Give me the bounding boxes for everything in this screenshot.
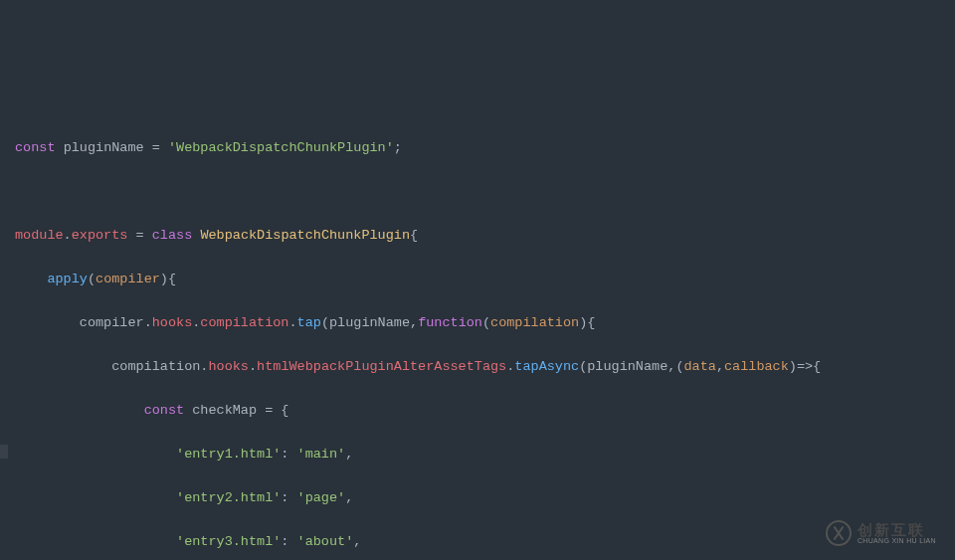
keyword: class (152, 228, 193, 243)
code-line[interactable] (0, 181, 955, 203)
param: data (683, 359, 715, 374)
colon: : (281, 534, 296, 549)
operator: = (127, 228, 151, 243)
string: 'main' (297, 447, 346, 462)
property: compilation (200, 315, 288, 330)
operator: = (144, 140, 168, 155)
identifier: pluginName (587, 359, 668, 374)
keyword: const (15, 140, 56, 155)
string: 'entry1.html' (176, 447, 281, 462)
indent (15, 534, 176, 549)
identifier: module (15, 228, 64, 243)
method: apply (47, 272, 88, 286)
dot: . (288, 315, 296, 330)
string: 'WebpackDispatchChunkPlugin' (168, 140, 394, 155)
string: 'about' (297, 534, 354, 549)
code-line[interactable]: 'entry1.html': 'main', (0, 444, 955, 466)
logo-en: CHUANG XIN HU LIAN (858, 537, 936, 544)
method: tap (297, 315, 321, 330)
keyword: const (144, 403, 185, 418)
identifier: pluginName (64, 140, 144, 155)
code-line[interactable]: module.exports = class WebpackDispatchCh… (0, 225, 955, 247)
class-name: WebpackDispatchChunkPlugin (200, 228, 410, 243)
dot: . (64, 228, 72, 243)
method: tapAsync (514, 359, 579, 374)
string: 'entry3.html' (176, 534, 281, 549)
keyword: function (418, 315, 482, 330)
indent (15, 403, 144, 418)
colon: : (281, 447, 296, 462)
paren: ){ (160, 272, 176, 286)
paren: ){ (579, 315, 595, 330)
dot: . (144, 315, 152, 330)
logo-text: 创新互联 CHUANG XIN HU LIAN (858, 522, 936, 544)
comma: ,( (668, 359, 683, 374)
paren: ( (482, 315, 490, 330)
comma: , (345, 447, 353, 462)
comma: , (410, 315, 418, 330)
param: compilation (490, 315, 579, 330)
property: hooks (208, 359, 249, 374)
indent (15, 359, 111, 374)
identifier: pluginName (329, 315, 410, 330)
code-line[interactable]: compiler.hooks.compilation.tap(pluginNam… (0, 312, 955, 334)
code-line[interactable]: 'entry2.html': 'page', (0, 487, 955, 509)
code-line[interactable]: const pluginName = 'WebpackDispatchChunk… (0, 137, 955, 159)
param: compiler (96, 272, 160, 286)
paren: ( (321, 315, 329, 330)
code-line[interactable]: compilation.hooks.htmlWebpackPluginAlter… (0, 356, 955, 378)
punct: ; (394, 140, 402, 155)
logo-icon (826, 520, 852, 546)
operator: = { (257, 403, 288, 418)
indent (15, 315, 80, 330)
code-line[interactable]: const checkMap = { (0, 400, 955, 422)
arrow: )=>{ (789, 359, 821, 374)
colon: : (281, 490, 296, 505)
indent (15, 272, 47, 286)
string: 'entry2.html' (176, 490, 281, 505)
comma: , (345, 490, 353, 505)
watermark-logo: 创新互联 CHUANG XIN HU LIAN (826, 518, 943, 548)
comma: , (716, 359, 724, 374)
indent (15, 490, 176, 505)
code-line[interactable]: apply(compiler){ (0, 269, 955, 290)
property: hooks (152, 315, 193, 330)
logo-cn: 创新互联 (858, 522, 936, 537)
identifier: compiler (80, 315, 144, 330)
dot: . (249, 359, 257, 374)
brace: { (410, 228, 418, 243)
gutter-marker (0, 445, 8, 459)
space (56, 140, 64, 155)
comma: , (353, 534, 361, 549)
property: exports (72, 228, 128, 243)
identifier: checkMap (192, 403, 257, 418)
code-line[interactable]: 'entry3.html': 'about', (0, 531, 955, 553)
paren: ( (88, 272, 96, 286)
string: 'page' (297, 490, 346, 505)
param: callback (724, 359, 789, 374)
indent (15, 447, 176, 462)
property: htmlWebpackPluginAlterAssetTags (257, 359, 506, 374)
identifier: compilation (111, 359, 200, 374)
